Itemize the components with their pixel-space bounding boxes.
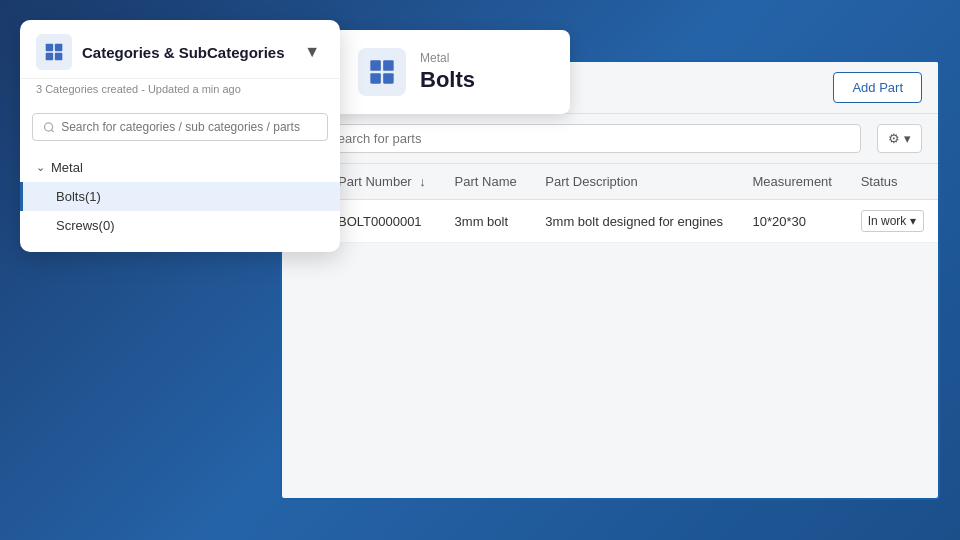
- svg-rect-6: [370, 60, 381, 71]
- tree-category-label: Metal: [51, 160, 83, 175]
- sidebar-header: Categories & SubCategories ▼: [20, 20, 340, 79]
- sidebar-dropdown-button[interactable]: ▼: [300, 39, 324, 65]
- cell-part-name: 3mm bolt: [441, 200, 532, 243]
- sidebar-search-icon: [43, 121, 55, 134]
- sort-arrow-icon: ↓: [419, 174, 426, 189]
- svg-rect-2: [46, 53, 54, 61]
- metal-bolts-icon: [368, 58, 396, 86]
- svg-rect-7: [383, 60, 394, 71]
- col-label-part-name: Part Name: [455, 174, 517, 189]
- tree-item-label-bolts: Bolts(1): [56, 189, 101, 204]
- sidebar-title: Categories & SubCategories: [82, 44, 285, 61]
- sidebar-search-input[interactable]: [61, 120, 317, 134]
- status-dropdown[interactable]: In work ▾: [861, 210, 924, 232]
- svg-line-5: [51, 129, 53, 131]
- status-dropdown-arrow: ▾: [910, 214, 916, 228]
- cell-part-number: BOLT0000001: [324, 200, 441, 243]
- svg-rect-9: [383, 73, 394, 84]
- parts-search-bar: [298, 124, 861, 153]
- parts-panel: Add Part ⚙ ▾ Part Number ↓ Part Name: [280, 60, 940, 500]
- category-header-card: Metal Bolts: [330, 30, 570, 114]
- table-header-row: Part Number ↓ Part Name Part Description…: [282, 164, 938, 200]
- col-label-part-description: Part Description: [545, 174, 637, 189]
- category-subtitle: Metal: [420, 51, 475, 65]
- table-col-part-number[interactable]: Part Number ↓: [324, 164, 441, 200]
- cell-part-description: 3mm bolt designed for engines: [531, 200, 738, 243]
- sidebar-icon-box: [36, 34, 72, 70]
- table-col-part-description[interactable]: Part Description: [531, 164, 738, 200]
- svg-rect-0: [46, 44, 54, 52]
- svg-point-4: [45, 122, 53, 130]
- status-value: In work: [868, 214, 907, 228]
- svg-rect-8: [370, 73, 381, 84]
- tree-item-screws[interactable]: Screws(0): [20, 211, 340, 240]
- table-col-part-name[interactable]: Part Name: [441, 164, 532, 200]
- table-col-measurement[interactable]: Measurement: [738, 164, 846, 200]
- cell-status: In work ▾: [847, 200, 938, 243]
- chevron-down-icon: ⌄: [36, 161, 45, 174]
- add-part-button[interactable]: Add Part: [833, 72, 922, 103]
- gear-settings-button[interactable]: ⚙ ▾: [877, 124, 922, 153]
- col-label-status: Status: [861, 174, 898, 189]
- category-title: Bolts: [420, 67, 475, 93]
- parts-table: Part Number ↓ Part Name Part Description…: [282, 164, 938, 243]
- category-icon-box: [358, 48, 406, 96]
- tree-item-bolts[interactable]: Bolts(1): [20, 182, 340, 211]
- col-label-part-number: Part Number: [338, 174, 412, 189]
- table-col-status[interactable]: Status: [847, 164, 938, 200]
- tree-category-metal[interactable]: ⌄ Metal: [20, 153, 340, 182]
- svg-rect-3: [55, 53, 63, 61]
- sidebar-search-container: [32, 113, 328, 141]
- tree-item-label-screws: Screws(0): [56, 218, 115, 233]
- tree-section: ⌄ Metal Bolts(1) Screws(0): [20, 153, 340, 252]
- category-header-text: Metal Bolts: [420, 51, 475, 93]
- svg-rect-1: [55, 44, 63, 52]
- parts-search-row: ⚙ ▾: [282, 114, 938, 164]
- gear-dropdown-arrow: ▾: [904, 131, 911, 146]
- sidebar-title-row: Categories & SubCategories: [36, 34, 285, 70]
- table-row: BOLT0000001 3mm bolt 3mm bolt designed f…: [282, 200, 938, 243]
- sidebar-subtitle: 3 Categories created - Updated a min ago: [20, 79, 340, 105]
- parts-search-input[interactable]: [329, 131, 850, 146]
- cell-measurement: 10*20*30: [738, 200, 846, 243]
- col-label-measurement: Measurement: [752, 174, 831, 189]
- categories-icon: [44, 42, 64, 62]
- gear-icon: ⚙: [888, 131, 900, 146]
- sidebar-panel: Categories & SubCategories ▼ 3 Categorie…: [20, 20, 340, 252]
